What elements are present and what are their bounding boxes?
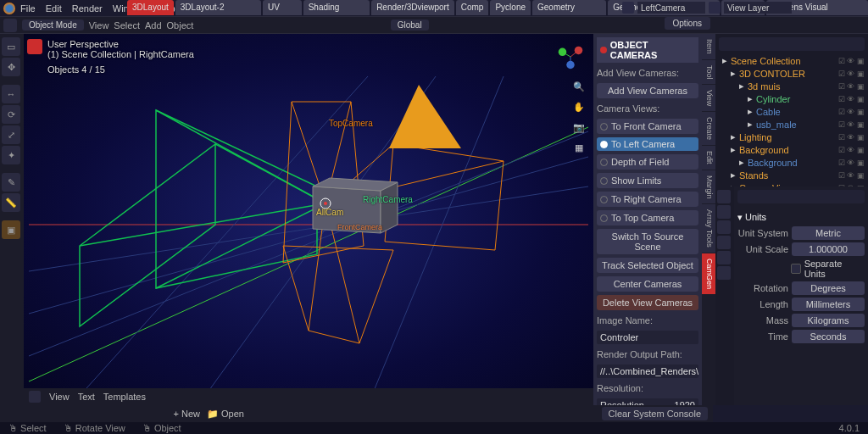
3d-viewport[interactable]: User Perspective (1) Scene Collection | … [24,34,593,405]
tab-pyclone[interactable]: Pyclone [490,0,531,15]
add-cameras-button[interactable]: Add View Cameras [597,83,698,98]
orientation-select[interactable]: Global [391,19,429,31]
collection-label: (1) Scene Collection | RightCamera [47,49,194,59]
center-cameras[interactable]: Center Cameras [597,276,698,292]
tab-geonodes[interactable]: Geometry Nodes [532,0,606,15]
vpb-text[interactable]: Text [78,392,95,402]
persp-toggle-icon[interactable]: ▦ [571,142,587,158]
to-front-camera[interactable]: To Front Camera [597,119,698,134]
outliner-item[interactable]: ▸Stands☑ 👁 ▣ [719,169,865,181]
outliner-item[interactable]: ▸3d muis☑ 👁 ▣ [719,80,865,92]
outliner-item[interactable]: ▸Background☑ 👁 ▣ [719,156,865,169]
scene-name-input[interactable] [637,2,705,14]
vpb-view[interactable]: View [49,392,70,402]
tool-transform[interactable]: ✦ [2,146,20,164]
vpb-templates[interactable]: Templates [103,392,146,402]
nav-gizmo[interactable] [554,41,587,73]
vtab-margin[interactable]: Margin [702,170,715,204]
pan-icon[interactable]: ✋ [571,102,587,117]
to-right-camera[interactable]: To Right Camera [597,192,698,207]
units-header[interactable]: ▾ Units [737,209,865,226]
vtab-tool[interactable]: Tool [702,60,715,85]
svg-line-13 [156,203,326,288]
outliner-item[interactable]: ▸Cylinder☑ 👁 ▣ [719,92,865,105]
clear-console-button[interactable]: Clear System Console [602,407,708,420]
outliner-item[interactable]: ▸Background☑ 👁 ▣ [719,143,865,156]
tool-addcube[interactable]: ▣ [2,220,20,239]
status-select: 🖱 Select [8,423,47,433]
time-label: Time [737,331,788,342]
camera-icon[interactable]: 📷 [571,122,587,137]
to-top-camera[interactable]: To Top Camera [597,210,698,225]
outliner-item[interactable]: ▸Lighting☑ 👁 ▣ [719,131,865,143]
ptab-world[interactable] [717,251,731,264]
vtab-view[interactable]: View [702,85,715,111]
add-cameras-label: Add View Cameras: [597,66,698,80]
show-limits[interactable]: Show Limits [597,173,698,188]
mass-select[interactable]: Kilograms [792,314,865,327]
ptab-viewlayer[interactable] [717,220,731,234]
menu-render[interactable]: Render [72,3,103,14]
btn-open[interactable]: 📁 Open [207,409,244,420]
delete-cameras[interactable]: Delete View Cameras [597,295,698,310]
tab-uvedit[interactable]: UV Edit [263,0,302,15]
depth-of-field[interactable]: Depth of Field [597,154,698,170]
outliner-item[interactable]: ▸Cable☑ 👁 ▣ [719,105,865,118]
editor-type-icon-2[interactable] [29,391,41,403]
n-panel-tabs: Item Tool View Create Edit Margin Array … [702,34,715,405]
menu-view[interactable]: View [89,20,109,31]
tab-render3d[interactable]: Render/3Dviewport [371,0,454,15]
tab-comp[interactable]: Comp [456,0,489,15]
ptab-output[interactable] [717,205,731,219]
unit-scale-input[interactable]: 1.000000 [792,242,865,256]
btn-new[interactable]: + New [174,409,201,419]
scene-wireframe [24,34,593,405]
tool-annotate[interactable]: ✎ [2,173,20,192]
viewlayer-input[interactable] [724,2,792,14]
outliner-search[interactable] [719,37,865,51]
menu-file[interactable]: File [20,3,36,14]
ptab-scene[interactable] [717,236,731,249]
switch-source-scene[interactable]: Switch To Source Scene [597,229,698,254]
app-logo [3,3,15,14]
outliner-item[interactable]: ▸usb_male☑ 👁 ▣ [719,118,865,131]
tab-3dlayout2[interactable]: 3DLayout-2 screens [175,0,261,15]
ptab-object[interactable] [717,266,731,280]
property-search[interactable] [737,190,865,203]
menu-select[interactable]: Select [114,20,140,31]
to-left-camera[interactable]: To Left Camera [597,137,698,151]
unit-system-select[interactable]: Metric [792,226,865,240]
length-select[interactable]: Millimeters [792,298,865,311]
tool-scale[interactable]: ⤢ [2,125,20,144]
cam-header-icon [600,47,607,53]
outliner-item[interactable]: ▸3D CONTOLER☑ 👁 ▣ [719,67,865,80]
tab-shading[interactable]: Shading nodes [303,0,370,15]
zoom-icon[interactable]: 🔍 [571,81,587,97]
tool-move[interactable]: ↔ [2,85,20,103]
editor-type-icon[interactable] [3,19,17,32]
outliner-item[interactable]: ▸Scene Collection☑ 👁 ▣ [719,54,865,67]
menu-add[interactable]: Add [145,20,162,31]
vtab-edit[interactable]: Edit [702,146,715,170]
vtab-camgen[interactable]: CamGen [702,253,715,294]
separate-units-checkbox[interactable] [791,264,801,274]
menu-object[interactable]: Object [167,20,194,31]
mode-select[interactable]: Object Mode [22,19,84,31]
tool-cursor[interactable]: ✥ [2,58,20,76]
vtab-array[interactable]: Array Tools [702,204,715,253]
image-name-input[interactable]: Controler [597,331,698,344]
tab-3dlayout[interactable]: 3DLayout [127,0,174,15]
rotation-select[interactable]: Degrees [792,281,865,295]
render-path-input[interactable]: //..\Combined_Renders\ [597,364,698,378]
vtab-create[interactable]: Create [702,112,715,145]
time-select[interactable]: Seconds [792,330,865,343]
tool-rotate[interactable]: ⟳ [2,105,20,124]
tool-measure[interactable]: 📏 [2,193,20,212]
perspective-label: User Perspective [47,39,194,49]
options-button[interactable]: Options [665,17,710,30]
tool-select[interactable]: ▭ [2,37,20,56]
ptab-render[interactable] [717,190,731,203]
vtab-item[interactable]: Item [702,34,715,59]
track-selected[interactable]: Track Selected Object [597,258,698,273]
menu-edit[interactable]: Edit [46,3,62,14]
